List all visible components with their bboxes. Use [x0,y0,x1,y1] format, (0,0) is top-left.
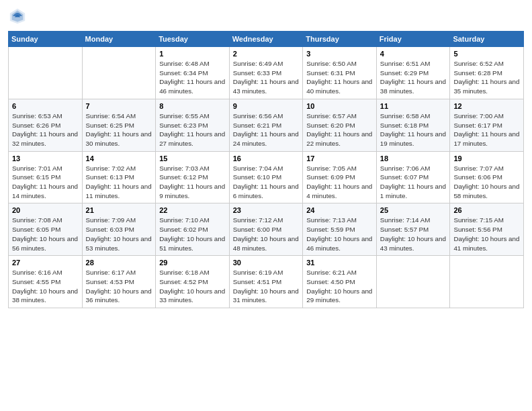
day-info: Sunrise: 6:56 AMSunset: 6:21 PMDaylight:… [233,111,300,148]
calendar-header-monday: Monday [82,32,156,47]
day-number: 16 [233,154,300,163]
calendar-cell: 21Sunrise: 7:09 AMSunset: 6:03 PMDayligh… [82,203,156,256]
calendar-cell: 12Sunrise: 7:00 AMSunset: 6:17 PMDayligh… [450,99,524,151]
calendar-cell: 22Sunrise: 7:10 AMSunset: 6:02 PMDayligh… [156,203,230,256]
calendar-cell: 10Sunrise: 6:57 AMSunset: 6:20 PMDayligh… [303,99,377,151]
calendar-cell: 30Sunrise: 6:19 AMSunset: 4:51 PMDayligh… [229,256,303,308]
calendar-cell: 19Sunrise: 7:07 AMSunset: 6:06 PMDayligh… [450,151,524,203]
day-info: Sunrise: 6:49 AMSunset: 6:33 PMDaylight:… [233,59,300,96]
day-number: 21 [86,206,152,214]
day-number: 8 [159,102,226,110]
day-info: Sunrise: 7:13 AMSunset: 5:59 PMDaylight:… [306,216,373,253]
day-info: Sunrise: 7:15 AMSunset: 5:56 PMDaylight:… [453,216,520,253]
day-info: Sunrise: 6:48 AMSunset: 6:34 PMDaylight:… [159,59,226,96]
day-number: 7 [86,102,152,110]
day-info: Sunrise: 7:05 AMSunset: 6:09 PMDaylight:… [306,164,373,201]
day-info: Sunrise: 7:12 AMSunset: 6:00 PMDaylight:… [233,216,300,253]
calendar-cell: 14Sunrise: 7:02 AMSunset: 6:13 PMDayligh… [82,151,156,203]
day-info: Sunrise: 7:14 AMSunset: 5:57 PMDaylight:… [380,216,447,253]
calendar-cell: 29Sunrise: 6:18 AMSunset: 4:52 PMDayligh… [156,256,230,308]
calendar-cell: 5Sunrise: 6:52 AMSunset: 6:28 PMDaylight… [450,47,524,99]
day-number: 20 [12,206,79,214]
calendar-cell: 31Sunrise: 6:21 AMSunset: 4:50 PMDayligh… [303,256,377,308]
day-info: Sunrise: 6:50 AMSunset: 6:31 PMDaylight:… [306,59,373,96]
calendar-cell: 2Sunrise: 6:49 AMSunset: 6:33 PMDaylight… [229,47,303,99]
day-info: Sunrise: 6:53 AMSunset: 6:26 PMDaylight:… [12,111,79,148]
day-number: 27 [12,259,79,267]
calendar-header-wednesday: Wednesday [229,32,303,47]
day-info: Sunrise: 7:00 AMSunset: 6:17 PMDaylight:… [453,111,520,148]
calendar-cell: 6Sunrise: 6:53 AMSunset: 6:26 PMDaylight… [9,99,83,151]
day-number: 17 [306,154,373,163]
calendar-cell: 13Sunrise: 7:01 AMSunset: 6:15 PMDayligh… [9,151,83,203]
calendar-cell [82,47,156,99]
day-info: Sunrise: 6:58 AMSunset: 6:18 PMDaylight:… [380,111,447,148]
day-number: 18 [380,154,447,163]
logo [8,7,30,26]
calendar-cell: 16Sunrise: 7:04 AMSunset: 6:10 PMDayligh… [229,151,303,203]
day-info: Sunrise: 6:57 AMSunset: 6:20 PMDaylight:… [306,111,373,148]
calendar-cell: 15Sunrise: 7:03 AMSunset: 6:12 PMDayligh… [156,151,230,203]
calendar-cell [376,256,450,308]
calendar-header-sunday: Sunday [9,32,83,47]
day-number: 4 [380,50,447,58]
day-info: Sunrise: 7:01 AMSunset: 6:15 PMDaylight:… [12,164,79,201]
calendar-week-4: 20Sunrise: 7:08 AMSunset: 6:05 PMDayligh… [9,203,524,256]
day-number: 15 [159,154,226,163]
calendar-header-friday: Friday [376,32,450,47]
calendar-week-3: 13Sunrise: 7:01 AMSunset: 6:15 PMDayligh… [9,151,524,203]
day-info: Sunrise: 7:06 AMSunset: 6:07 PMDaylight:… [380,164,447,201]
day-info: Sunrise: 7:03 AMSunset: 6:12 PMDaylight:… [159,164,226,201]
calendar-cell: 25Sunrise: 7:14 AMSunset: 5:57 PMDayligh… [376,203,450,256]
day-info: Sunrise: 7:04 AMSunset: 6:10 PMDaylight:… [233,164,300,201]
day-info: Sunrise: 7:07 AMSunset: 6:06 PMDaylight:… [453,164,520,201]
calendar-cell: 1Sunrise: 6:48 AMSunset: 6:34 PMDaylight… [156,47,230,99]
calendar-week-1: 1Sunrise: 6:48 AMSunset: 6:34 PMDaylight… [9,47,524,99]
day-number: 11 [380,102,447,110]
calendar-cell: 9Sunrise: 6:56 AMSunset: 6:21 PMDaylight… [229,99,303,151]
day-number: 1 [159,50,226,58]
calendar-cell: 3Sunrise: 6:50 AMSunset: 6:31 PMDaylight… [303,47,377,99]
calendar-cell: 27Sunrise: 6:16 AMSunset: 4:55 PMDayligh… [9,256,83,308]
day-number: 22 [159,206,226,214]
day-number: 26 [453,206,520,214]
day-number: 10 [306,102,373,110]
day-number: 24 [306,206,373,214]
day-info: Sunrise: 7:10 AMSunset: 6:02 PMDaylight:… [159,216,226,253]
day-info: Sunrise: 6:55 AMSunset: 6:23 PMDaylight:… [159,111,226,148]
day-info: Sunrise: 6:17 AMSunset: 4:53 PMDaylight:… [86,268,152,305]
day-number: 6 [12,102,79,110]
calendar-container: SundayMondayTuesdayWednesdayThursdayFrid… [0,0,532,411]
calendar-cell: 4Sunrise: 6:51 AMSunset: 6:29 PMDaylight… [376,47,450,99]
day-info: Sunrise: 7:02 AMSunset: 6:13 PMDaylight:… [86,164,152,201]
day-number: 3 [306,50,373,58]
calendar-cell: 24Sunrise: 7:13 AMSunset: 5:59 PMDayligh… [303,203,377,256]
day-info: Sunrise: 6:16 AMSunset: 4:55 PMDaylight:… [12,268,79,305]
day-number: 2 [233,50,300,58]
calendar-cell: 17Sunrise: 7:05 AMSunset: 6:09 PMDayligh… [303,151,377,203]
day-info: Sunrise: 6:52 AMSunset: 6:28 PMDaylight:… [453,59,520,96]
day-number: 31 [306,259,373,267]
day-number: 23 [233,206,300,214]
day-number: 19 [453,154,520,163]
calendar-cell [450,256,524,308]
day-info: Sunrise: 6:18 AMSunset: 4:52 PMDaylight:… [159,268,226,305]
day-number: 14 [86,154,152,163]
calendar-header-tuesday: Tuesday [156,32,230,47]
calendar-cell: 28Sunrise: 6:17 AMSunset: 4:53 PMDayligh… [82,256,156,308]
day-number: 25 [380,206,447,214]
day-info: Sunrise: 7:09 AMSunset: 6:03 PMDaylight:… [86,216,152,253]
calendar-header-row: SundayMondayTuesdayWednesdayThursdayFrid… [9,32,524,47]
logo-icon [8,7,27,26]
calendar-cell: 11Sunrise: 6:58 AMSunset: 6:18 PMDayligh… [376,99,450,151]
day-number: 13 [12,154,79,163]
day-number: 30 [233,259,300,267]
calendar-week-2: 6Sunrise: 6:53 AMSunset: 6:26 PMDaylight… [9,99,524,151]
calendar-cell: 20Sunrise: 7:08 AMSunset: 6:05 PMDayligh… [9,203,83,256]
calendar-cell [9,47,83,99]
calendar-cell: 26Sunrise: 7:15 AMSunset: 5:56 PMDayligh… [450,203,524,256]
day-number: 29 [159,259,226,267]
calendar-cell: 23Sunrise: 7:12 AMSunset: 6:00 PMDayligh… [229,203,303,256]
day-info: Sunrise: 6:54 AMSunset: 6:25 PMDaylight:… [86,111,152,148]
header [8,7,524,26]
